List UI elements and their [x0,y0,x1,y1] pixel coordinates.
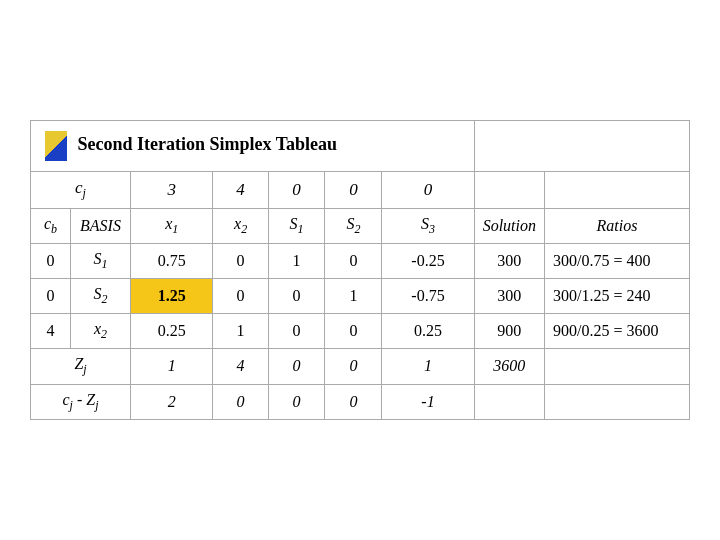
val-3-2: 1 [213,314,268,349]
cj-val-3: 0 [268,172,325,208]
cj-val-5: 0 [382,172,474,208]
cj-header-row: cj 3 4 0 0 0 [31,172,690,208]
sol-1: 300 [474,243,544,278]
zj-ratio [545,349,690,384]
cjzj-row: cj - Zj 2 0 0 0 -1 [31,384,690,419]
zj-val-3: 0 [268,349,325,384]
val-1-3: 1 [268,243,325,278]
basis-header-row: cb BASIS x1 x2 S1 S2 S3 Solution Ratios [31,208,690,243]
zj-val-5: 1 [382,349,474,384]
title-row: Second Iteration Simplex Tableau [31,121,690,172]
cjzj-val-2: 0 [213,384,268,419]
val-3-4: 0 [325,314,382,349]
solution-header: Solution [474,208,544,243]
ratio-3: 900/0.25 = 3600 [545,314,690,349]
zj-row: Zj 1 4 0 0 1 3600 [31,349,690,384]
basis-val-3: x2 [71,314,131,349]
sol-2: 300 [474,279,544,314]
var-s3: S3 [382,208,474,243]
data-row-1: 0 S1 0.75 0 1 0 -0.25 300 300/0.75 = 400 [31,243,690,278]
ratios-header: Ratios [545,208,690,243]
ratio-2: 300/1.25 = 240 [545,279,690,314]
cjzj-val-1: 2 [131,384,213,419]
cjzj-ratio [545,384,690,419]
val-1-4: 0 [325,243,382,278]
val-2-3: 0 [268,279,325,314]
simplex-tableau: Second Iteration Simplex Tableau cj 3 4 … [30,120,690,420]
var-x2: x2 [213,208,268,243]
basis-label-cell: BASIS [71,208,131,243]
val-3-1: 0.25 [131,314,213,349]
page-title: Second Iteration Simplex Tableau [78,134,338,154]
val-1-2: 0 [213,243,268,278]
cj-sub: j [83,187,86,201]
var-x1: x1 [131,208,213,243]
title-accent-block [45,131,67,161]
zj-label-cell: Zj [31,349,131,384]
val-3-5: 0.25 [382,314,474,349]
cj-val-2: 4 [213,172,268,208]
val-3-3: 0 [268,314,325,349]
var-s1: S1 [268,208,325,243]
cb-label-cell: cb [31,208,71,243]
cj-label: cj [75,178,86,197]
basis-val-2: S2 [71,279,131,314]
cb-val-3: 4 [31,314,71,349]
val-2-2: 0 [213,279,268,314]
cb-val-1: 0 [31,243,71,278]
zj-val-1: 1 [131,349,213,384]
val-1-5: -0.25 [382,243,474,278]
zj-val-4: 0 [325,349,382,384]
val-2-1: 1.25 [131,279,213,314]
zj-val-2: 4 [213,349,268,384]
cjzj-label-cell: cj - Zj [31,384,131,419]
cj-val-4: 0 [325,172,382,208]
val-2-4: 1 [325,279,382,314]
ratio-1: 300/0.75 = 400 [545,243,690,278]
page-container: Second Iteration Simplex Tableau cj 3 4 … [20,100,700,440]
cb-val-2: 0 [31,279,71,314]
cj-val-1: 3 [131,172,213,208]
var-s2: S2 [325,208,382,243]
cjzj-val-4: 0 [325,384,382,419]
cjzj-val-3: 0 [268,384,325,419]
cjzj-solution [474,384,544,419]
basis-val-1: S1 [71,243,131,278]
zj-solution: 3600 [474,349,544,384]
cjzj-val-5: -1 [382,384,474,419]
data-row-3: 4 x2 0.25 1 0 0 0.25 900 900/0.25 = 3600 [31,314,690,349]
data-row-2: 0 S2 1.25 0 0 1 -0.75 300 300/1.25 = 240 [31,279,690,314]
val-1-1: 0.75 [131,243,213,278]
sol-3: 900 [474,314,544,349]
val-2-5: -0.75 [382,279,474,314]
